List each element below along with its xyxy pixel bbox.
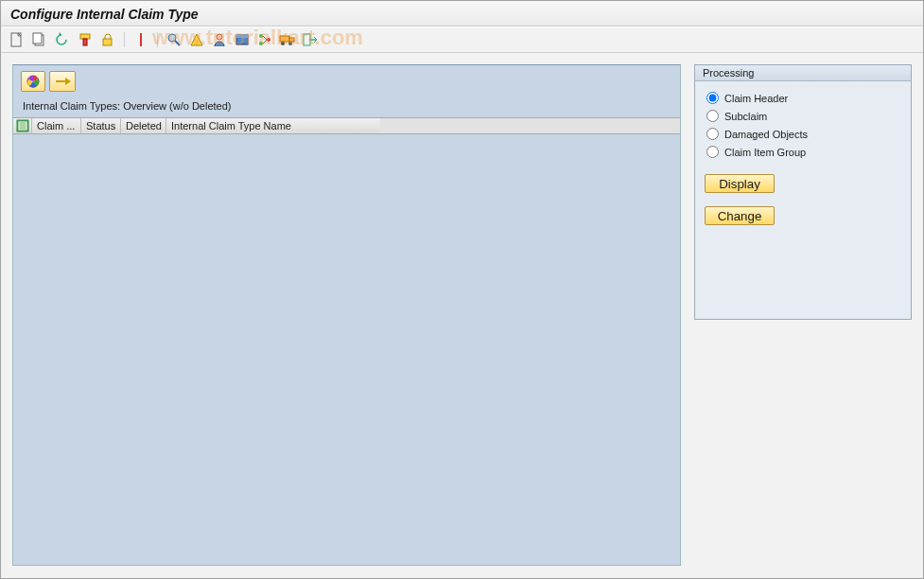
- pointer-icon[interactable]: [132, 31, 149, 48]
- svg-line-8: [175, 41, 180, 45]
- svg-point-21: [288, 42, 292, 45]
- svg-marker-26: [65, 78, 71, 85]
- change-button[interactable]: Change: [705, 206, 775, 225]
- toolbar-separator: [124, 32, 125, 47]
- svg-rect-5: [103, 39, 112, 45]
- svg-rect-19: [289, 38, 294, 42]
- processing-title: Processing: [695, 65, 911, 81]
- new-document-icon[interactable]: [9, 31, 26, 48]
- palette-button[interactable]: [21, 71, 45, 92]
- radio-claim-item-group-label: Claim Item Group: [724, 147, 806, 158]
- lock-icon[interactable]: [99, 31, 116, 48]
- app-toolbar: www.tutorialkart.com: [1, 26, 923, 53]
- page-title: Configure Internal Claim Type: [10, 7, 914, 22]
- radio-damaged-objects[interactable]: Damaged Objects: [705, 125, 901, 143]
- svg-line-17: [263, 40, 267, 44]
- svg-point-20: [281, 42, 285, 45]
- col-status[interactable]: Status: [81, 118, 121, 133]
- grid-body[interactable]: [13, 134, 680, 558]
- svg-rect-4: [83, 39, 87, 45]
- undo-icon[interactable]: [54, 31, 71, 48]
- measure-icon[interactable]: [188, 31, 205, 48]
- col-deleted[interactable]: Deleted: [121, 118, 166, 133]
- radio-damaged-objects-input[interactable]: [706, 128, 719, 140]
- svg-rect-18: [280, 36, 289, 42]
- next-button[interactable]: [49, 71, 76, 92]
- radio-subclaim-input[interactable]: [706, 110, 719, 122]
- radio-claim-item-group-input[interactable]: [706, 146, 719, 158]
- svg-rect-22: [304, 34, 310, 45]
- radio-subclaim[interactable]: Subclaim: [705, 107, 901, 125]
- radio-claim-header[interactable]: Claim Header: [705, 89, 901, 107]
- main-area: Internal Claim Types: Overview (w/o Dele…: [1, 53, 923, 577]
- grid-header: Claim ... Status Deleted Internal Claim …: [13, 117, 680, 134]
- col-claim[interactable]: Claim ...: [32, 118, 81, 133]
- svg-point-14: [259, 42, 263, 45]
- svg-point-10: [217, 34, 222, 40]
- left-subtitle: Internal Claim Types: Overview (w/o Dele…: [13, 97, 680, 117]
- svg-rect-12: [236, 35, 248, 38]
- svg-rect-3: [80, 34, 90, 39]
- filter-icon[interactable]: [77, 31, 94, 48]
- svg-point-7: [168, 34, 176, 42]
- radio-claim-header-input[interactable]: [706, 92, 719, 104]
- tree-icon[interactable]: [256, 31, 273, 48]
- folder-icon[interactable]: [234, 31, 251, 48]
- copy-icon[interactable]: [31, 31, 48, 48]
- exit-icon[interactable]: [302, 31, 319, 48]
- left-toolbar: [13, 65, 680, 97]
- col-name[interactable]: Internal Claim Type Name: [166, 118, 380, 133]
- search-icon[interactable]: [166, 31, 183, 48]
- processing-body: Claim Header Subclaim Damaged Objects Cl…: [695, 81, 911, 233]
- radio-claim-item-group[interactable]: Claim Item Group: [705, 143, 901, 161]
- left-panel: Internal Claim Types: Overview (w/o Dele…: [12, 64, 681, 566]
- svg-point-15: [267, 38, 270, 42]
- user-icon[interactable]: [211, 31, 228, 48]
- svg-rect-6: [140, 33, 142, 46]
- radio-damaged-objects-label: Damaged Objects: [724, 129, 808, 140]
- radio-claim-header-label: Claim Header: [724, 93, 788, 104]
- processing-panel: Processing Claim Header Subclaim Damaged…: [694, 64, 912, 320]
- title-bar: Configure Internal Claim Type: [1, 1, 923, 26]
- select-all-cell[interactable]: [13, 118, 32, 133]
- toolbar-separator: [157, 32, 158, 47]
- radio-subclaim-label: Subclaim: [724, 111, 767, 122]
- svg-point-13: [259, 34, 263, 38]
- transport-icon[interactable]: [279, 31, 296, 48]
- svg-line-16: [263, 36, 267, 40]
- svg-marker-9: [191, 34, 202, 45]
- svg-rect-2: [33, 33, 42, 44]
- display-button[interactable]: Display: [705, 174, 775, 193]
